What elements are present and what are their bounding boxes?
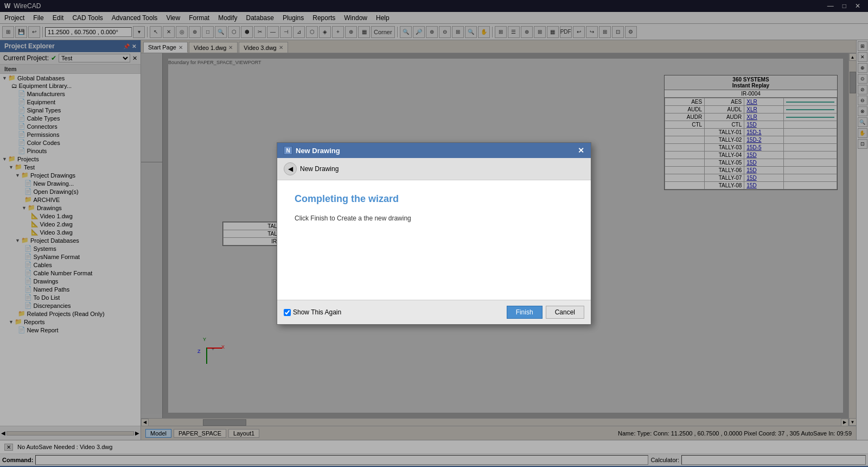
new-drawing-dialog: N New Drawing ✕ ◀ New Drawing Completing… xyxy=(277,142,591,325)
dialog-nav-title: New Drawing xyxy=(300,165,339,173)
dialog-overlay: N New Drawing ✕ ◀ New Drawing Completing… xyxy=(0,0,868,467)
dialog-footer-left: Show This Again xyxy=(284,308,341,316)
dialog-nav: ◀ New Drawing xyxy=(277,158,591,180)
show-again-checkbox[interactable]: Show This Again xyxy=(284,308,341,316)
dialog-heading: Completing the wizard xyxy=(295,193,573,205)
dialog-footer: Show This Again Finish Cancel xyxy=(277,300,591,324)
dialog-close-button[interactable]: ✕ xyxy=(578,146,584,155)
dialog-footer-buttons: Finish Cancel xyxy=(507,306,584,319)
dialog-body-text: Click Finish to Create a the new drawing xyxy=(295,213,573,224)
dialog-title-text: New Drawing xyxy=(296,147,340,155)
cancel-button[interactable]: Cancel xyxy=(546,306,584,319)
dialog-title-icon: N xyxy=(284,146,292,155)
show-again-check[interactable] xyxy=(284,309,291,316)
dialog-titlebar-left: N New Drawing xyxy=(284,146,340,155)
dialog-content: Completing the wizard Click Finish to Cr… xyxy=(277,180,591,300)
dialog-back-button[interactable]: ◀ xyxy=(284,162,297,175)
dialog-titlebar: N New Drawing ✕ xyxy=(277,143,591,158)
finish-button[interactable]: Finish xyxy=(507,306,542,319)
show-again-label: Show This Again xyxy=(293,308,341,316)
